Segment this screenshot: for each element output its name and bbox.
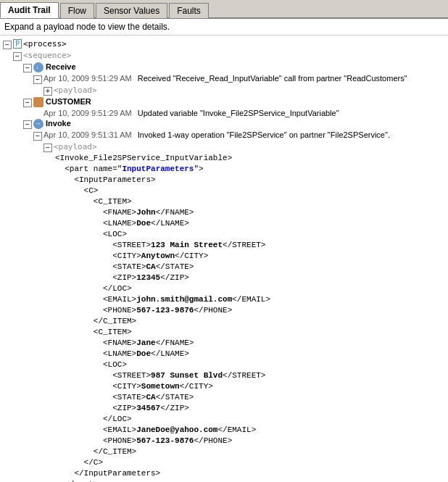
invoke-payload: − <payload> [43, 141, 445, 153]
receive-message: Received "Receive_Read_InputVariable" ca… [138, 74, 445, 83]
xml-line-12: <ZIP>12345</ZIP> [55, 273, 445, 283]
xml-line-5: <C_ITEM> [55, 196, 445, 207]
customer-node: − CUSTOMER [23, 96, 445, 108]
invoke-node: − Invoke [23, 118, 445, 130]
invoke-payload-toggle[interactable]: − [43, 144, 52, 152]
content-area: − P<process> − <sequence> − Receive − Ap… [0, 36, 448, 482]
receive-node: − Receive [23, 62, 445, 73]
receive-payload: + <payload> [43, 85, 445, 96]
xml-line-16: </C_ITEM> [55, 316, 445, 327]
receive-icon [33, 62, 43, 72]
invoke-toggle[interactable]: − [23, 120, 32, 129]
xml-line-3: <InputParameters> [55, 175, 445, 186]
invoke-icon [33, 119, 43, 129]
xml-line-25: </LOC> [55, 414, 445, 425]
receive-timestamp: Apr 10, 2009 9:51:29 AM [43, 74, 132, 83]
invoke-timestamp: Apr 10, 2009 9:51:31 AM [43, 130, 132, 139]
xml-line-26: <EMAIL>JaneDoe@yahoo.com</EMAIL> [55, 425, 445, 436]
xml-content: <Invoke_File2SPService_InputVariable> <p… [55, 153, 445, 482]
customer-toggle[interactable]: − [23, 99, 32, 107]
xml-line-29: </C> [55, 457, 445, 468]
xml-line-30: </InputParameters> [55, 468, 445, 479]
process-label: P<process> [13, 39, 67, 49]
receive-payload-label: <payload> [54, 86, 97, 95]
receive-toggle[interactable]: − [23, 64, 32, 72]
sequence-node: − <sequence> [13, 50, 445, 62]
customer-icon [33, 97, 43, 107]
xml-line-28: </C_ITEM> [55, 446, 445, 457]
info-bar: Expand a payload node to view the detail… [0, 19, 448, 36]
xml-line-11: <STATE>CA</STATE> [55, 262, 445, 273]
xml-line-15: <PHONE>567-123-9876</PHONE> [55, 305, 445, 316]
xml-line-18: <FNAME>Jane</FNAME> [55, 338, 445, 349]
xml-line-19: <LNAME>Doe</LNAME> [55, 349, 445, 360]
invoke-log-toggle[interactable]: − [33, 132, 42, 141]
xml-line-27: <PHONE>567-123-9876</PHONE> [55, 436, 445, 446]
xml-line-20: <LOC> [55, 360, 445, 370]
xml-line-17: <C_ITEM> [55, 327, 445, 338]
invoke-log-1: − Apr 10, 2009 9:51:31 AM Invoked 1-way … [33, 130, 445, 141]
xml-line-13: </LOC> [55, 283, 445, 294]
xml-line-31: </part> [55, 479, 445, 482]
xml-line-6: <FNAME>John</FNAME> [55, 207, 445, 218]
tab-audit-trail[interactable]: Audit Trail [0, 2, 59, 18]
tab-sensor-values[interactable]: Sensor Values [96, 3, 167, 18]
xml-line-23: <STATE>CA</STATE> [55, 392, 445, 403]
xml-line-21: <STREET>987 Sunset Blvd</STREET> [55, 370, 445, 381]
tab-bar: Audit Trail Flow Sensor Values Faults [0, 0, 448, 19]
receive-payload-toggle[interactable]: + [43, 87, 52, 96]
process-node: − P<process> [3, 38, 445, 50]
customer-message: Updated variable "Invoke_File2SPService_… [138, 109, 445, 117]
xml-line-2: <part name="InputParameters"> [55, 164, 445, 175]
tab-faults[interactable]: Faults [169, 3, 209, 18]
invoke-payload-label: <payload> [54, 142, 97, 151]
customer-log-1: Apr 10, 2009 9:51:29 AM Updated variable… [43, 108, 445, 118]
xml-line-10: <CITY>Anytown</CITY> [55, 251, 445, 262]
receive-label: Receive [46, 62, 76, 71]
sequence-toggle[interactable]: − [13, 52, 22, 61]
xml-line-8: <LOC> [55, 229, 445, 240]
xml-line-24: <ZIP>34567</ZIP> [55, 403, 445, 414]
process-toggle[interactable]: − [3, 41, 12, 49]
invoke-message: Invoked 1-way operation "File2SPService"… [138, 130, 445, 139]
xml-line-9: <STREET>123 Main Street</STREET> [55, 240, 445, 251]
tab-flow[interactable]: Flow [60, 3, 94, 18]
xml-line-14: <EMAIL>john.smith@gmail.com</EMAIL> [55, 294, 445, 305]
customer-label: CUSTOMER [46, 97, 91, 106]
receive-log-toggle[interactable]: − [33, 75, 42, 84]
customer-timestamp: Apr 10, 2009 9:51:29 AM [43, 109, 132, 117]
xml-line-22: <CITY>Sometown</CITY> [55, 381, 445, 392]
xml-line-7: <LNAME>Doe</LNAME> [55, 218, 445, 229]
sequence-label: <sequence> [23, 51, 71, 60]
invoke-label: Invoke [46, 119, 71, 128]
xml-line-1: <Invoke_File2SPService_InputVariable> [55, 153, 445, 164]
xml-line-4: <C> [55, 186, 445, 196]
receive-log-1: − Apr 10, 2009 9:51:29 AM Received "Rece… [33, 73, 445, 85]
